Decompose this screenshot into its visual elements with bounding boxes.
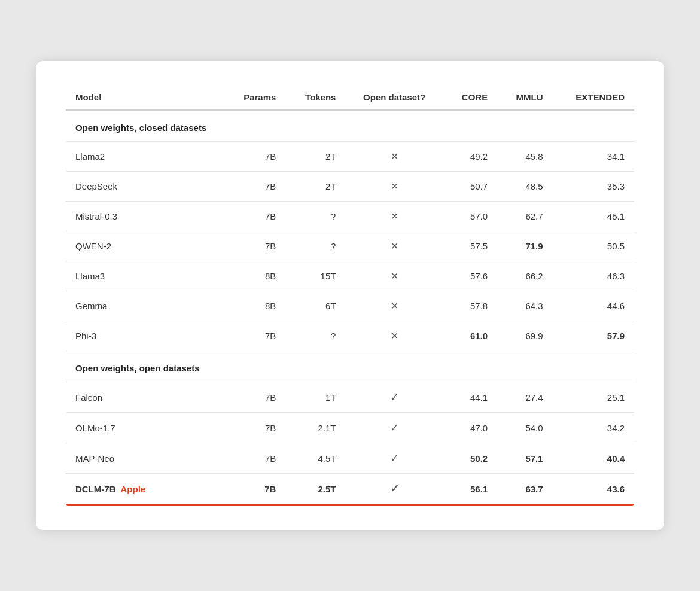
cell-tokens: 2T [285, 142, 345, 172]
table-row: OLMo-1.77B2.1T✓47.054.034.2 [66, 413, 634, 443]
model-name: OLMo-1.7 [75, 423, 115, 433]
cell-extended: 44.6 [553, 291, 634, 321]
cell-tokens: 15T [285, 261, 345, 291]
cell-model: Phi-3 [66, 321, 224, 351]
cell-mmlu: 27.4 [497, 382, 552, 413]
table-header-row: Model Params Tokens Open dataset? CORE M… [66, 85, 634, 110]
model-name: Llama3 [75, 271, 105, 281]
check-icon: ✓ [390, 422, 399, 434]
check-icon: ✓ [390, 391, 399, 403]
cross-icon: ✕ [391, 181, 398, 191]
cell-tokens: ? [285, 321, 345, 351]
cell-open-dataset: ✕ [345, 321, 443, 351]
cell-open-dataset: ✓ [345, 382, 443, 413]
cell-mmlu: 48.5 [497, 172, 552, 202]
model-name: Gemma [75, 301, 107, 311]
model-name: Phi-3 [75, 331, 96, 341]
col-header-extended: EXTENDED [553, 85, 634, 110]
cross-icon: ✕ [391, 271, 398, 281]
table-row: Falcon7B1T✓44.127.425.1 [66, 382, 634, 413]
cell-tokens: 2.1T [285, 413, 345, 443]
cell-extended: 46.3 [553, 261, 634, 291]
model-name: DCLM-7B [75, 484, 116, 494]
table-row: Phi-37B?✕61.069.957.9 [66, 321, 634, 351]
cross-icon: ✕ [391, 301, 398, 311]
cell-open-dataset: ✓ [345, 443, 443, 474]
model-name: Mistral-0.3 [75, 211, 117, 221]
table-row: QWEN-27B?✕57.571.950.5 [66, 231, 634, 261]
cell-core: 50.7 [443, 172, 497, 202]
cell-model: Mistral-0.3 [66, 202, 224, 231]
cell-extended: 34.1 [553, 142, 634, 172]
section-header-row: Open weights, open datasets [66, 351, 634, 382]
cell-params: 7B [224, 321, 285, 351]
model-name: Llama2 [75, 151, 105, 162]
main-card: Model Params Tokens Open dataset? CORE M… [36, 61, 664, 530]
cell-params: 7B [224, 443, 285, 474]
model-name: Falcon [75, 392, 102, 403]
cell-params: 7B [224, 382, 285, 413]
col-header-params: Params [224, 85, 285, 110]
cell-mmlu: 54.0 [497, 413, 552, 443]
cross-icon: ✕ [391, 211, 398, 221]
cell-core: 44.1 [443, 382, 497, 413]
cell-core: 57.5 [443, 231, 497, 261]
cell-open-dataset: ✕ [345, 261, 443, 291]
section-header-row: Open weights, closed datasets [66, 110, 634, 142]
cell-tokens: 1T [285, 382, 345, 413]
cell-params: 8B [224, 291, 285, 321]
check-icon: ✓ [390, 452, 399, 464]
model-name: QWEN-2 [75, 241, 111, 251]
cell-core: 57.8 [443, 291, 497, 321]
cell-params: 8B [224, 261, 285, 291]
cell-core: 47.0 [443, 413, 497, 443]
cell-open-dataset: ✓ [345, 474, 443, 504]
cell-open-dataset: ✕ [345, 142, 443, 172]
cell-extended: 57.9 [553, 321, 634, 351]
table-row: Llama38B15T✕57.666.246.3 [66, 261, 634, 291]
cell-open-dataset: ✕ [345, 231, 443, 261]
cross-icon: ✕ [391, 151, 398, 162]
cell-extended: 40.4 [553, 443, 634, 474]
cell-tokens: 4.5T [285, 443, 345, 474]
cell-tokens: 2T [285, 172, 345, 202]
cell-tokens: 2.5T [285, 474, 345, 504]
cell-mmlu: 63.7 [497, 474, 552, 504]
table-row: MAP-Neo7B4.5T✓50.257.140.4 [66, 443, 634, 474]
model-name: MAP-Neo [75, 453, 114, 464]
table-row: Llama27B2T✕49.245.834.1 [66, 142, 634, 172]
table-row: DeepSeek7B2T✕50.748.535.3 [66, 172, 634, 202]
cell-core: 50.2 [443, 443, 497, 474]
cell-open-dataset: ✕ [345, 202, 443, 231]
cell-mmlu: 64.3 [497, 291, 552, 321]
cell-open-dataset: ✕ [345, 172, 443, 202]
col-header-mmlu: MMLU [497, 85, 552, 110]
cell-extended: 34.2 [553, 413, 634, 443]
cell-params: 7B [224, 231, 285, 261]
cell-mmlu: 45.8 [497, 142, 552, 172]
table-row: DCLM-7BApple7B2.5T✓56.163.743.6 [66, 474, 634, 504]
comparison-table: Model Params Tokens Open dataset? CORE M… [66, 85, 634, 504]
table-row: Mistral-0.37B?✕57.062.745.1 [66, 202, 634, 231]
cell-model: DCLM-7BApple [66, 474, 224, 504]
bottom-accent-line [66, 504, 634, 506]
cell-extended: 43.6 [553, 474, 634, 504]
col-header-tokens: Tokens [285, 85, 345, 110]
table-row: Gemma8B6T✕57.864.344.6 [66, 291, 634, 321]
cell-extended: 50.5 [553, 231, 634, 261]
cell-params: 7B [224, 142, 285, 172]
cell-core: 57.6 [443, 261, 497, 291]
apple-label: Apple [121, 484, 146, 494]
cell-extended: 45.1 [553, 202, 634, 231]
cell-model: MAP-Neo [66, 443, 224, 474]
model-name: DeepSeek [75, 181, 117, 191]
cell-model: DeepSeek [66, 172, 224, 202]
cell-mmlu: 57.1 [497, 443, 552, 474]
cell-mmlu: 66.2 [497, 261, 552, 291]
col-header-core: CORE [443, 85, 497, 110]
check-icon: ✓ [390, 483, 399, 495]
cell-model: QWEN-2 [66, 231, 224, 261]
cell-model: Gemma [66, 291, 224, 321]
cell-params: 7B [224, 202, 285, 231]
cell-tokens: ? [285, 202, 345, 231]
